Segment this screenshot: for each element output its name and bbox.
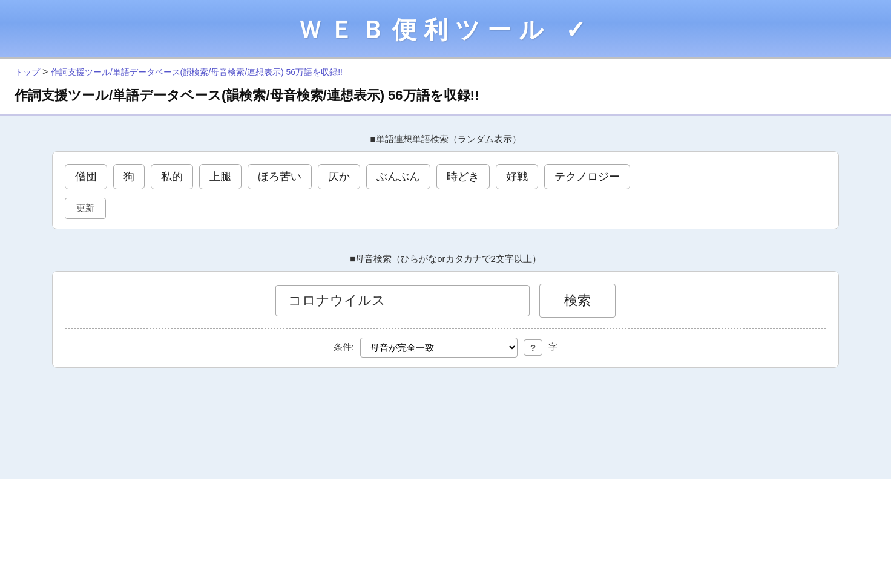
refresh-button[interactable]: 更新 (65, 198, 106, 219)
vowel-search-card: 検索 条件: 母音が完全一致母音が前方一致母音が後方一致母音が部分一致 ? 字 (52, 271, 839, 368)
char-label: 字 (548, 342, 557, 353)
word-chip[interactable]: ほろ苦い (248, 164, 312, 189)
word-association-label: ■単語連想単語検索（ランダム表示） (15, 134, 876, 145)
word-chip[interactable]: ぶんぶん (366, 164, 430, 189)
word-chip[interactable]: 仄か (318, 164, 360, 189)
condition-label: 条件: (334, 342, 354, 353)
vowel-search-section: ■母音検索（ひらがなorカタカナで2文字以上） 検索 条件: 母音が完全一致母音… (15, 253, 876, 368)
breadcrumb-area: トップ > 作詞支援ツール/単語データベース(韻検索/母音検索/連想表示) 56… (0, 59, 891, 80)
condition-select[interactable]: 母音が完全一致母音が前方一致母音が後方一致母音が部分一致 (360, 338, 518, 358)
word-association-card: 僧団狗私的上腿ほろ苦い仄かぶんぶん時どき好戦テクノロジー 更新 (52, 151, 839, 229)
breadcrumb-current-link[interactable]: 作詞支援ツール/単語データベース(韻検索/母音検索/連想表示) 56万語を収録!… (51, 67, 343, 77)
breadcrumb-separator: > (42, 67, 51, 77)
vowel-search-input[interactable] (275, 285, 530, 316)
word-chips-container: 僧団狗私的上腿ほろ苦い仄かぶんぶん時どき好戦テクノロジー (65, 164, 826, 189)
page-title-area: 作詞支援ツール/単語データベース(韻検索/母音検索/連想表示) 56万語を収録!… (0, 80, 891, 116)
page-title: 作詞支援ツール/単語データベース(韻検索/母音検索/連想表示) 56万語を収録!… (15, 87, 876, 105)
word-chip[interactable]: テクノロジー (544, 164, 630, 189)
condition-row: 条件: 母音が完全一致母音が前方一致母音が後方一致母音が部分一致 ? 字 (65, 338, 826, 358)
word-association-section: ■単語連想単語検索（ランダム表示） 僧団狗私的上腿ほろ苦い仄かぶんぶん時どき好戦… (15, 134, 876, 229)
divider (65, 328, 826, 329)
help-button[interactable]: ? (524, 339, 542, 356)
breadcrumb-top-link[interactable]: トップ (15, 67, 42, 77)
vowel-search-row: 検索 (65, 284, 826, 318)
site-header: ＷＥＢ便利ツール ✓ (0, 0, 891, 59)
word-chip[interactable]: 時どき (436, 164, 490, 189)
word-chip[interactable]: 上腿 (199, 164, 242, 189)
vowel-search-button[interactable]: 検索 (539, 284, 616, 318)
word-chip[interactable]: 僧団 (65, 164, 107, 189)
word-chip[interactable]: 好戦 (496, 164, 538, 189)
main-content: ■単語連想単語検索（ランダム表示） 僧団狗私的上腿ほろ苦い仄かぶんぶん時どき好戦… (0, 116, 891, 479)
word-chip[interactable]: 私的 (151, 164, 193, 189)
word-chip[interactable]: 狗 (113, 164, 145, 189)
site-title: ＷＥＢ便利ツール ✓ (0, 13, 891, 47)
vowel-search-label: ■母音検索（ひらがなorカタカナで2文字以上） (15, 253, 876, 265)
